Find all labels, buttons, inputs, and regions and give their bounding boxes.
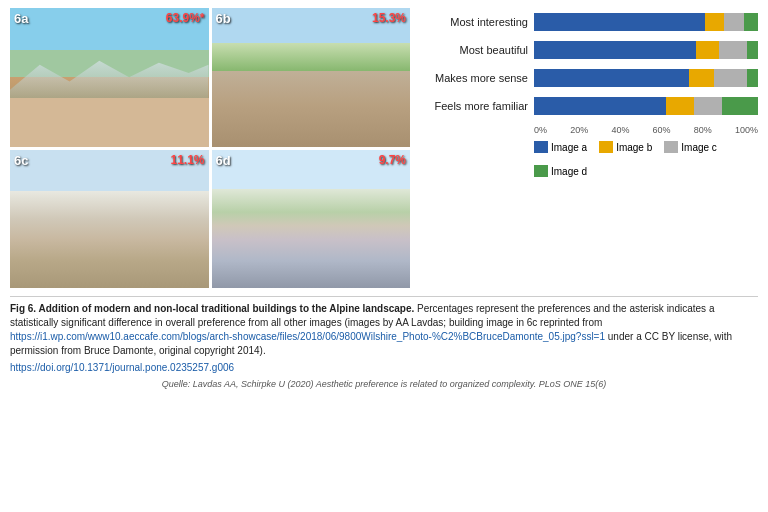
legend-item-0: Image a: [534, 141, 587, 153]
bar-segment-3-2: [694, 97, 722, 115]
chart-legend: Image aImage bImage cImage d: [534, 141, 758, 177]
bar-segment-2-1: [689, 69, 714, 87]
bar-container-2: [534, 69, 758, 87]
image-6d: 6d 9.7%: [212, 150, 411, 289]
x-axis: 0%20%40%60%80%100%: [534, 125, 758, 135]
bar-container-3: [534, 97, 758, 115]
bar-segment-1-3: [747, 41, 758, 59]
caption-section: Fig 6. Addition of modern and non-local …: [10, 296, 758, 375]
image-6c-label: 6c: [14, 153, 28, 168]
legend-swatch-2: [664, 141, 678, 153]
images-grid: 6a 63.9%* 6b 15.3% 6c 11.1% 6d 9.7%: [10, 8, 410, 288]
bar-label-0: Most interesting: [423, 16, 528, 28]
bar-segment-2-2: [714, 69, 747, 87]
x-label-0: 0%: [534, 125, 547, 135]
bar-segment-3-0: [534, 97, 666, 115]
x-label-3: 60%: [653, 125, 671, 135]
bar-segment-0-1: [705, 13, 725, 31]
image-6a: 6a 63.9%*: [10, 8, 209, 147]
x-label-2: 40%: [611, 125, 629, 135]
x-label-5: 100%: [735, 125, 758, 135]
bar-segment-1-1: [696, 41, 718, 59]
legend-item-3: Image d: [534, 165, 587, 177]
legend-swatch-0: [534, 141, 548, 153]
bar-segment-0-2: [724, 13, 744, 31]
caption-bold: Fig 6. Addition of modern and non-local …: [10, 303, 414, 314]
bar-segment-2-3: [747, 69, 758, 87]
image-6b: 6b 15.3%: [212, 8, 411, 147]
bar-container-0: [534, 13, 758, 31]
bar-label-3: Feels more familiar: [423, 100, 528, 112]
bar-label-2: Makes more sense: [423, 72, 528, 84]
bar-segment-1-2: [719, 41, 747, 59]
image-6c-pct: 11.1%: [170, 153, 204, 167]
legend-label-0: Image a: [551, 142, 587, 153]
bar-row-3: Feels more familiar: [423, 97, 758, 115]
bar-segment-3-1: [666, 97, 694, 115]
legend-swatch-3: [534, 165, 548, 177]
bar-segment-3-3: [722, 97, 758, 115]
bar-container-1: [534, 41, 758, 59]
bar-segment-1-0: [534, 41, 696, 59]
image-6a-label: 6a: [14, 11, 28, 26]
bar-segment-0-0: [534, 13, 705, 31]
legend-label-3: Image d: [551, 166, 587, 177]
image-6c: 6c 11.1%: [10, 150, 209, 289]
bar-row-2: Makes more sense: [423, 69, 758, 87]
image-6b-label: 6b: [216, 11, 231, 26]
legend-item-2: Image c: [664, 141, 717, 153]
bar-chart: Most interestingMost beautifulMakes more…: [423, 13, 758, 115]
legend-label-1: Image b: [616, 142, 652, 153]
top-section: 6a 63.9%* 6b 15.3% 6c 11.1% 6d 9.7% Most…: [10, 8, 758, 288]
bar-label-1: Most beautiful: [423, 44, 528, 56]
image-6d-label: 6d: [216, 153, 231, 168]
chart-section: Most interestingMost beautifulMakes more…: [418, 8, 758, 288]
x-label-1: 20%: [570, 125, 588, 135]
bar-row-1: Most beautiful: [423, 41, 758, 59]
legend-item-1: Image b: [599, 141, 652, 153]
bar-row-0: Most interesting: [423, 13, 758, 31]
x-label-4: 80%: [694, 125, 712, 135]
legend-swatch-1: [599, 141, 613, 153]
image-6b-pct: 15.3%: [372, 11, 406, 25]
bar-segment-2-0: [534, 69, 689, 87]
bar-segment-0-3: [744, 13, 758, 31]
doi-link[interactable]: https://doi.org/10.1371/journal.pone.023…: [10, 361, 758, 375]
legend-label-2: Image c: [681, 142, 717, 153]
footer-citation: Quelle: Lavdas AA, Schirpke U (2020) Aes…: [10, 379, 758, 389]
main-container: 6a 63.9%* 6b 15.3% 6c 11.1% 6d 9.7% Most…: [0, 0, 768, 393]
image-6d-pct: 9.7%: [379, 153, 406, 167]
caption-link[interactable]: https://i1.wp.com/www10.aeccafe.com/blog…: [10, 331, 605, 342]
image-6a-pct: 63.9%*: [166, 11, 205, 25]
